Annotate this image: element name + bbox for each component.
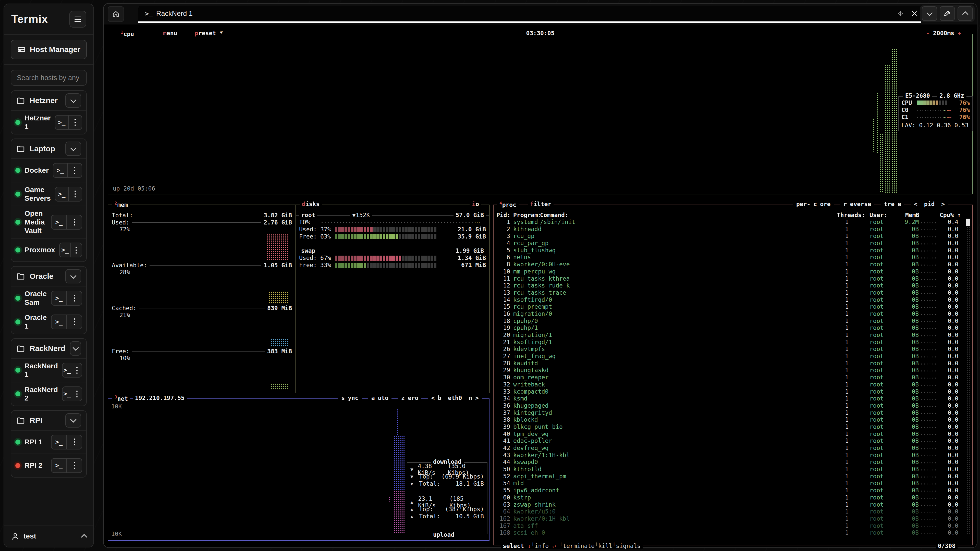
proc-footer-shortcuts[interactable]: select ↓┘info ↵ ┘terminate┘kill┘signals — [501, 543, 643, 549]
search-input[interactable] — [11, 70, 87, 86]
net-control[interactable]: sync — [338, 395, 361, 401]
proc-control[interactable]: tree — [881, 201, 904, 207]
process-row[interactable]: 16migration/01root0B0.0 — [496, 310, 971, 318]
host-row[interactable]: RPI 1>_ — [11, 430, 86, 454]
process-row[interactable]: 30oom_reaper1root0B0.0 — [496, 374, 971, 381]
host-menu-button[interactable] — [66, 215, 82, 229]
refresh-interval-control[interactable]: -2000ms+ — [924, 30, 964, 37]
process-row[interactable]: 28kauditd1root0B0.0 — [496, 360, 971, 367]
close-tab-button[interactable] — [907, 6, 921, 21]
process-row[interactable]: 10mm_percpu_wq1root0B0.0 — [496, 268, 971, 275]
process-row[interactable]: 50kthrotld1root0B0.0 — [496, 466, 971, 473]
process-row[interactable]: 14ksoftirqd/01root0B0.0 — [496, 297, 971, 303]
scroll-down-button[interactable] — [922, 6, 937, 21]
process-row[interactable]: 167ata_sff1root0B0.0 — [496, 522, 971, 530]
host-menu-button[interactable] — [72, 387, 82, 401]
process-row[interactable]: 2kthreadd1root0B0.0 — [496, 226, 971, 233]
proc-scrollbar[interactable] — [967, 219, 970, 534]
folder-header[interactable]: RPI — [11, 411, 86, 430]
process-row[interactable]: 18cpuhp/01root0B0.0 — [496, 318, 971, 325]
process-row[interactable]: 34ksmd1root0B0.0 — [496, 395, 971, 402]
open-terminal-button[interactable]: >_ — [62, 363, 72, 377]
process-row[interactable]: 43kworker/1:1H-kbl1root0B0.0 — [496, 452, 971, 459]
open-terminal-button[interactable]: >_ — [52, 215, 66, 229]
host-manager-button[interactable]: Host Manager — [11, 40, 87, 59]
process-row[interactable]: 42devfreq_wq1root0B0.0 — [496, 445, 971, 452]
open-terminal-button[interactable]: >_ — [52, 315, 66, 329]
process-row[interactable]: 5slub_flushwq1root0B0.0 — [496, 247, 971, 254]
host-menu-button[interactable] — [68, 116, 82, 129]
net-control[interactable]: <b eth0 n> — [428, 395, 482, 401]
split-view-button[interactable] — [894, 6, 907, 21]
process-row[interactable]: 4rcu_par_gp1root0B0.0 — [496, 240, 971, 247]
filter-button[interactable]: filter — [528, 201, 554, 207]
folder-header[interactable]: Oracle — [11, 267, 86, 286]
host-row[interactable]: Open Media Vault>_ — [11, 206, 86, 238]
home-button[interactable] — [108, 6, 124, 22]
process-row[interactable]: 55ipv6_addrconf1root0B0.0 — [496, 487, 971, 494]
preset-button[interactable]: preset * — [192, 30, 225, 37]
process-row[interactable]: 11rcu_tasks_kthrea1root0B0.0 — [496, 275, 971, 283]
process-row[interactable]: 32writeback1root0B0.0 — [496, 381, 971, 388]
io-tab[interactable]: io — [469, 201, 481, 207]
folder-collapse-button[interactable] — [70, 341, 81, 356]
process-row[interactable]: 6netns1root0B0.0 — [496, 254, 971, 261]
process-row[interactable]: 168scsi_eh_01root0B0.0 — [496, 529, 971, 535]
folder-header[interactable]: Laptop — [11, 139, 86, 159]
proc-control[interactable]: reverse — [840, 201, 874, 207]
process-row[interactable]: 40tpm_dev_wq1root0B0.0 — [496, 430, 971, 438]
open-terminal-button[interactable]: >_ — [52, 435, 66, 449]
open-terminal-button[interactable]: >_ — [56, 116, 68, 129]
process-row[interactable]: 54mld1root0B0.0 — [496, 480, 971, 487]
folder-collapse-button[interactable] — [65, 141, 81, 156]
process-row[interactable]: 27inet_frag_wq1root0B0.0 — [496, 353, 971, 360]
tools-button[interactable] — [940, 6, 955, 21]
open-terminal-button[interactable]: >_ — [52, 291, 66, 305]
host-row[interactable]: RackNerd 1>_ — [11, 358, 86, 382]
open-terminal-button[interactable]: >_ — [53, 164, 67, 177]
folder-collapse-button[interactable] — [65, 269, 81, 283]
process-row[interactable]: 37kintegrityd1root0B0.0 — [496, 410, 971, 416]
open-terminal-button[interactable]: >_ — [60, 243, 70, 257]
process-row[interactable]: 44kswapd01root0B0.0 — [496, 459, 971, 466]
process-row[interactable]: 8kworker/0:0H-eve1root0B0.0 — [496, 261, 971, 268]
process-row[interactable]: 1systemd/sbin/init1root9.2M0.4 — [496, 219, 971, 226]
host-menu-button[interactable] — [68, 187, 82, 201]
folder-header[interactable]: RackNerd — [11, 339, 86, 358]
sidebar-menu-button[interactable] — [69, 11, 86, 27]
process-row[interactable]: 36khugepaged1root0B0.0 — [496, 402, 971, 410]
process-row[interactable]: 12rcu_tasks_rude_k1root0B0.0 — [496, 282, 971, 289]
process-row[interactable]: 13rcu_tasks_trace_1root0B0.0 — [496, 289, 971, 297]
host-row[interactable]: Oracle 1>_ — [11, 310, 86, 333]
terminal-screen[interactable]: 1cpu menu preset * 03:30:05 -2000ms+ up … — [106, 25, 975, 545]
host-row[interactable]: RPI 2>_ — [11, 454, 86, 477]
folder-collapse-button[interactable] — [65, 94, 81, 108]
process-row[interactable]: 38kblockd1root0B0.0 — [496, 416, 971, 424]
process-row[interactable]: 39blkcg_punt_bio1root0B0.0 — [496, 424, 971, 430]
folder-collapse-button[interactable] — [65, 413, 81, 427]
host-row[interactable]: Proxmox>_ — [11, 238, 86, 262]
host-menu-button[interactable] — [66, 435, 82, 449]
process-row[interactable]: 162kworker/0:1H-kbl1root0B0.0 — [496, 515, 971, 522]
proc-control[interactable]: < pid > — [911, 201, 948, 207]
process-list[interactable]: 1systemd/sbin/init1root9.2M0.42kthreadd1… — [496, 219, 971, 535]
process-row[interactable]: 63zswap-shrink1root0B0.0 — [496, 501, 971, 508]
process-row[interactable]: 15rcu_preempt1root0B0.0 — [496, 303, 971, 310]
process-row[interactable]: 3rcu_gp1root0B0.0 — [496, 233, 971, 240]
process-row[interactable]: 60kstrp1root0B0.0 — [496, 494, 971, 501]
host-row[interactable]: Hetzner 1>_ — [11, 110, 86, 134]
host-row[interactable]: Docker>_ — [11, 159, 86, 182]
host-menu-button[interactable] — [70, 243, 82, 257]
host-menu-button[interactable] — [66, 459, 82, 472]
scrollbar-thumb[interactable] — [966, 219, 970, 226]
host-menu-button[interactable] — [66, 291, 82, 305]
host-menu-button[interactable] — [72, 363, 82, 377]
active-tab-label[interactable]: RackNerd 1 — [156, 10, 192, 17]
process-row[interactable]: 26kdevtmpfs1root0B0.0 — [496, 346, 971, 353]
host-menu-button[interactable] — [67, 164, 82, 177]
host-row[interactable]: Game Servers>_ — [11, 182, 86, 206]
sidebar-footer[interactable]: test — [4, 525, 94, 547]
open-terminal-button[interactable]: >_ — [56, 187, 68, 201]
open-terminal-button[interactable]: >_ — [52, 459, 66, 472]
host-menu-button[interactable] — [66, 315, 82, 329]
